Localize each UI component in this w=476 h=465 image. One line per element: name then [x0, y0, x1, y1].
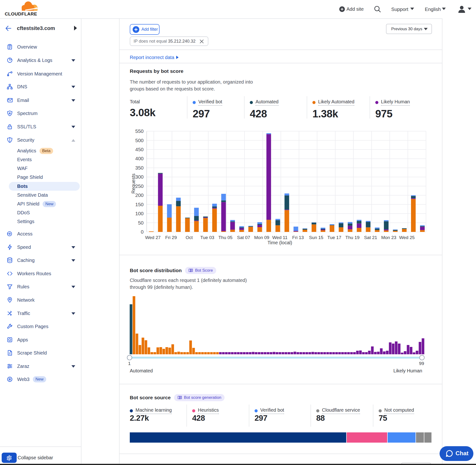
svg-text:Requests: Requests	[131, 174, 136, 194]
svg-text:Tue 03: Tue 03	[200, 235, 214, 240]
svg-text:Sun 15: Sun 15	[309, 235, 323, 240]
svg-text:400: 400	[135, 156, 144, 161]
svg-text:Wed 25: Wed 25	[399, 235, 414, 240]
svg-text:450: 450	[135, 147, 144, 152]
svg-text:Time (local): Time (local)	[267, 240, 292, 245]
svg-text:500: 500	[135, 137, 144, 143]
svg-text:Tue 17: Tue 17	[328, 235, 341, 240]
svg-text:Thu 05: Thu 05	[218, 235, 233, 240]
svg-text:Sat 07: Sat 07	[237, 235, 250, 240]
svg-text:Mon 09: Mon 09	[254, 235, 269, 240]
svg-text:Sat 21: Sat 21	[364, 235, 377, 240]
svg-text:Thu 19: Thu 19	[346, 235, 360, 240]
svg-text:Oct: Oct	[186, 235, 193, 240]
svg-text:Wed 11: Wed 11	[272, 235, 288, 240]
svg-text:0: 0	[141, 229, 144, 234]
svg-text:300: 300	[135, 174, 144, 180]
svg-text:Mon 23: Mon 23	[381, 235, 396, 240]
svg-text:350: 350	[135, 165, 144, 170]
svg-text:Fri 29: Fri 29	[165, 235, 177, 240]
svg-text:Wed 27: Wed 27	[145, 235, 160, 240]
svg-text:50: 50	[138, 220, 144, 225]
svg-text:100: 100	[135, 211, 144, 216]
svg-text:550: 550	[135, 128, 144, 134]
svg-text:200: 200	[135, 192, 144, 198]
svg-text:150: 150	[135, 202, 144, 207]
svg-text:Fri 13: Fri 13	[292, 235, 304, 240]
svg-text:250: 250	[135, 183, 144, 189]
